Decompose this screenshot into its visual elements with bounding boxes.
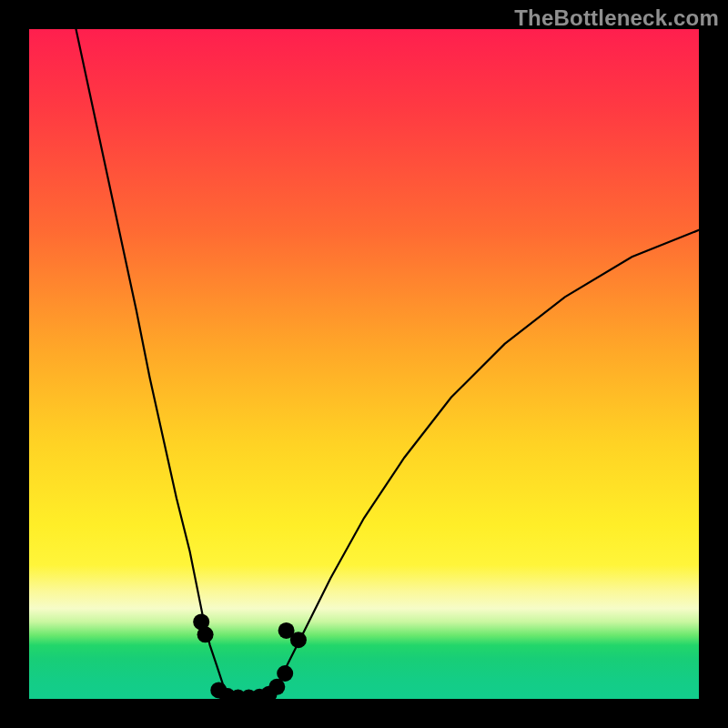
plot-area: [29, 29, 699, 699]
marker-group: [193, 613, 307, 699]
data-marker: [277, 665, 293, 682]
chart-frame: TheBottleneck.com: [0, 0, 728, 728]
left-curve-path: [76, 29, 230, 699]
data-marker: [197, 626, 214, 642]
bottleneck-curves: [29, 29, 699, 699]
watermark-text: TheBottleneck.com: [514, 5, 719, 31]
right-curve-path: [270, 230, 699, 699]
data-marker: [290, 632, 307, 648]
